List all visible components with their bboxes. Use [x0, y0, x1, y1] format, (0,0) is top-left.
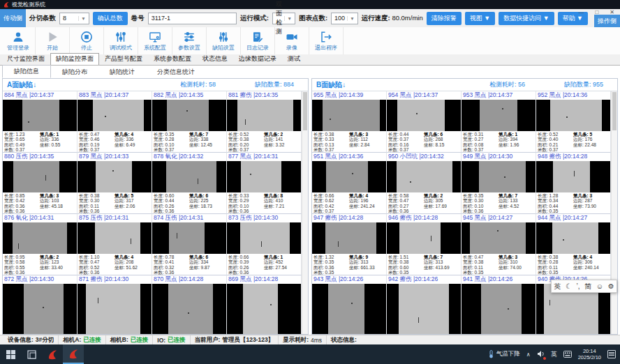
tool-button-params[interactable]: 参数设置: [172, 27, 207, 54]
keyboard-icon[interactable]: [563, 351, 572, 358]
quick-data-menu-button[interactable]: 数据快捷访问 ▼: [499, 12, 554, 25]
ime-item-5[interactable]: ⚙: [608, 280, 614, 293]
tool-button-exit[interactable]: 退出程序: [309, 27, 344, 54]
maximize-button[interactable]: □: [595, 10, 598, 15]
weather-widget[interactable]: 气温下降: [488, 350, 520, 358]
tab-2[interactable]: 产品型号配置: [99, 53, 148, 65]
defect-cell[interactable]: 869 黑点 |20:14:28长度: 0.36宽度: 0.31面积: 0.11…: [227, 275, 302, 334]
defect-cell[interactable]: 950 小凹坑 |20:14:32长度: 0.58宽度: 0.47面积: 0.2…: [387, 153, 462, 214]
tab-5[interactable]: 边缘数据记录: [233, 53, 282, 65]
defect-cell[interactable]: 881 擦伤 |20:14:35长度: 0.52宽度: 0.38面积: 0.20…: [227, 91, 302, 153]
tool-button-defect-settings[interactable]: 缺陷设置: [207, 27, 241, 54]
meta-line: 长度: 0.47: [79, 132, 115, 137]
defect-cell[interactable]: 873 压伤 |20:14:30长度: 0.66宽度: 0.39面积: 0.26…: [227, 214, 302, 275]
confirm-count-button[interactable]: 确认总数: [93, 12, 128, 25]
chart-points-select[interactable]: 100 ▼: [331, 13, 357, 24]
defect-cell[interactable]: 942 擦伤 |20:14:26长度: 0.98宽度: 0.33面积: 0.31…: [387, 275, 462, 334]
defect-image: [387, 100, 461, 131]
tray-expand-button[interactable]: ∧: [526, 351, 531, 358]
defect-cell[interactable]: 883 黑点 |20:14:37长度: 0.47宽度: 0.46面积: 0.19…: [78, 91, 152, 153]
windows-logo-icon: [6, 350, 15, 359]
defect-cell[interactable]: 952 黑点 |20:14:36长度: 0.52宽度: 0.40面积: 0.21…: [536, 91, 611, 153]
defect-cell[interactable]: 879 黑点 |20:14:33长度: 0.38宽度: 0.30面积: 0.11…: [78, 153, 152, 214]
defect-cell[interactable]: 941 黑点 |20:14:26长度: 0.30宽度: 0.25面积: 0.07…: [462, 275, 536, 334]
tool-button-play[interactable]: 开始: [36, 27, 70, 54]
ime-item-0[interactable]: 英: [554, 280, 561, 293]
view-menu-button[interactable]: 视图 ▼: [465, 12, 495, 25]
start-button[interactable]: [0, 344, 21, 364]
defect-cell[interactable]: 949 黑点 |20:14:30长度: 0.35宽度: 0.30面积: 0.10…: [462, 153, 536, 214]
defect-cell-header: 955 黑点 |20:14:39: [312, 91, 386, 100]
roll-number-input[interactable]: [148, 13, 237, 24]
tool-button-user[interactable]: 管理登录: [1, 27, 36, 54]
defect-cell[interactable]: 945 黑点 |20:14:27长度: 0.47宽度: 0.38面积: 0.11…: [462, 214, 536, 275]
panel-scrollbar[interactable]: [611, 91, 617, 334]
task-view-button[interactable]: [21, 344, 42, 364]
tab-0[interactable]: 尺寸监控界面: [1, 53, 50, 65]
defect-cell[interactable]: 877 黑点 |20:14:31长度: 0.33宽度: 0.29面积: 0.10…: [227, 153, 302, 214]
defect-cell[interactable]: 954 黑点 |20:14:37长度: 0.44宽度: 0.37面积: 0.16…: [387, 91, 462, 153]
panel-scrollbar-thumb[interactable]: [303, 92, 307, 130]
defect-cell[interactable]: 948 擦伤 |20:14:28长度: 1.28宽度: 0.34面积: 0.44…: [536, 153, 611, 214]
subtab-1[interactable]: 缺陷分布: [51, 66, 98, 78]
defect-cell[interactable]: 874 压伤 |20:14:31长度: 0.78宽度: 0.41面积: 0.32…: [152, 214, 227, 275]
volume-button[interactable]: [537, 350, 545, 359]
tool-button-system-config[interactable]: 系统配置: [138, 27, 172, 54]
ime-item-1[interactable]: ☾: [566, 280, 572, 293]
ime-item-3[interactable]: 简: [584, 280, 591, 293]
meta-line: 面积: 0.60: [388, 265, 424, 270]
defect-cell-header: 873 压伤 |20:14:30: [227, 214, 301, 222]
tab-4[interactable]: 状态信息: [197, 53, 233, 65]
defect-cell[interactable]: 875 压伤 |20:14:31长度: 1.10宽度: 0.47面积: 0.52…: [78, 214, 152, 275]
meta-line: 米数: 0.37: [313, 208, 349, 213]
defect-cell[interactable]: 878 氧化 |20:14:32长度: 0.60宽度: 0.44面积: 0.26…: [152, 153, 227, 214]
meta-strip-line: 第几条: 7: [189, 132, 225, 137]
tool-button-log[interactable]: 日志记录: [241, 27, 275, 54]
defect-mark: [549, 300, 550, 305]
defect-cell[interactable]: 953 黑点 |20:14:37长度: 0.31宽度: 0.27面积: 0.08…: [462, 91, 536, 153]
subtab-0[interactable]: 缺陷信息: [2, 65, 51, 78]
defect-cell-header: 953 黑点 |20:14:37: [462, 91, 536, 100]
run-mode-select[interactable]: 双面检测 ▼: [272, 13, 295, 24]
defect-cell[interactable]: 951 黑点 |20:14:36长度: 0.66宽度: 0.62面积: 0.42…: [312, 153, 387, 214]
defect-cell[interactable]: 882 黑点 |20:14:35长度: 0.35宽度: 0.28面积: 0.10…: [152, 91, 227, 153]
pinned-app-button[interactable]: [42, 344, 63, 364]
defect-meta-left: 长度: 1.32宽度: 0.35面积: 0.36米数: 0.35: [313, 255, 349, 275]
subtab-3[interactable]: 分类信息统计: [146, 66, 206, 78]
clear-alarm-button[interactable]: 清除报警: [427, 12, 462, 25]
defect-cell[interactable]: 947 擦伤 |20:14:28长度: 1.32宽度: 0.35面积: 0.36…: [312, 214, 387, 275]
defect-cell[interactable]: 870 黑点 |20:14:28长度: 0.29宽度: 0.26面积: 0.08…: [152, 275, 227, 334]
subtab-2[interactable]: 缺陷统计: [98, 66, 146, 78]
ime-item-4[interactable]: ☺: [596, 280, 603, 293]
tool-button-debug[interactable]: 调试模式: [104, 27, 138, 54]
clock-widget[interactable]: 20:14 2025/2/10: [578, 348, 601, 361]
ime-language-button[interactable]: 英: [551, 350, 557, 359]
meta-line: 面积: 0.08: [463, 142, 499, 147]
defect-cell[interactable]: 871 擦伤 |20:14:30长度: 1.05宽度: 0.36面积: 0.38…: [78, 275, 152, 334]
active-app-button[interactable]: [63, 344, 84, 364]
defect-cell[interactable]: 955 黑点 |20:14:39长度: 0.38宽度: 0.33面积: 0.13…: [312, 91, 387, 153]
panel-scrollbar-thumb[interactable]: [612, 92, 617, 130]
defect-cell[interactable]: 943 黑点 |20:14:26长度: 0.36宽度: 0.30面积: 0.10…: [312, 275, 387, 334]
close-button[interactable]: ✕: [610, 10, 614, 15]
tab-1[interactable]: 缺陷监控界面: [50, 53, 99, 66]
defect-cell[interactable]: 872 黑点 |20:14:30长度: 0.41宽度: 0.33面积: 0.14…: [3, 275, 78, 334]
defect-cell[interactable]: 880 压伤 |20:14:35长度: 0.85宽度: 0.42面积: 0.36…: [3, 153, 78, 214]
panel-scrollbar[interactable]: [302, 91, 308, 334]
status-label: 显示耗时:: [283, 336, 309, 344]
primary-toolbar: 传动侧 分切条数 8 ▼ 确认总数 卷号 运行模式: 双面检测 ▼ 图表点数: …: [0, 9, 620, 27]
defect-meta-left: 长度: 0.38宽度: 0.33面积: 0.13米数: 0.37: [313, 132, 349, 152]
defect-cell[interactable]: 946 擦伤 |20:14:28长度: 1.51宽度: 0.38面积: 0.60…: [387, 214, 462, 275]
minimize-button[interactable]: —: [578, 10, 584, 15]
defect-mark: [504, 176, 505, 178]
action-center-button[interactable]: [607, 350, 616, 358]
ime-item-2[interactable]: ’,: [577, 280, 580, 293]
defect-cell[interactable]: 884 黑点 |20:14:37长度: 1.23宽度: 0.65面积: 0.49…: [3, 91, 78, 153]
defect-cell[interactable]: 944 黑点 |20:14:27长度: 0.38宽度: 0.28面积: 0.11…: [536, 214, 611, 275]
defect-cell[interactable]: 876 氧化 |20:14:31长度: 0.95宽度: 0.58面积: 0.55…: [3, 214, 78, 275]
tab-3[interactable]: 系统参数配置: [148, 53, 197, 65]
tool-button-stop[interactable]: 停止: [70, 27, 104, 54]
params-icon: [183, 31, 195, 43]
split-count-select[interactable]: 8 ▼: [59, 13, 89, 24]
tab-6[interactable]: 测试: [282, 53, 306, 65]
